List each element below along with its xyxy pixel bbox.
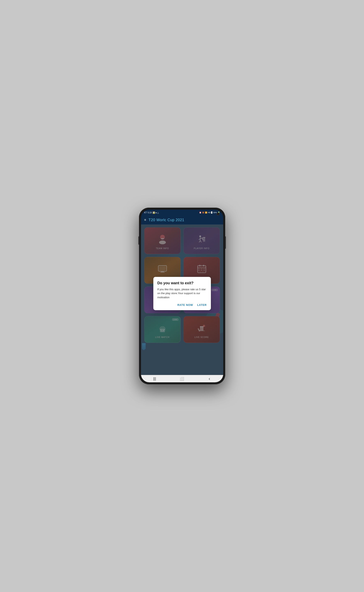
status-left: KT 5:19 🖼️ ● △ <box>144 212 159 214</box>
front-camera <box>217 213 220 215</box>
bottom-navigation: ||| ⬜ ‹ <box>141 375 223 382</box>
recent-apps-button[interactable]: ||| <box>150 375 160 382</box>
recent-apps-icon: ||| <box>153 377 156 381</box>
carrier-text: KT <box>144 212 147 214</box>
notifications-icons: 🖼️ ● △ <box>152 212 159 214</box>
later-button[interactable]: LATER <box>197 303 207 307</box>
volume-button <box>138 236 139 245</box>
exit-dialog: Do you want to exit? If you like this ap… <box>153 277 211 310</box>
battery-text: 59% <box>213 212 217 214</box>
app-header: ≡ T20 Worlc Cup 2021 <box>141 215 223 224</box>
dialog-title: Do you want to exit? <box>157 281 207 285</box>
dialog-buttons: RATE NOW LATER <box>157 303 207 307</box>
rate-now-button[interactable]: RATE NOW <box>177 303 193 307</box>
phone-screen: KT 5:19 🖼️ ● △ ⏰ 🔕 📶 HD ▉ 59% 🔋 ≡ T20 Wo… <box>141 210 223 382</box>
dialog-overlay: Do you want to exit? If you like this ap… <box>141 224 223 375</box>
app-content: TEAM INFO <box>141 224 223 375</box>
time-text: 5:19 <box>148 212 151 214</box>
home-button[interactable]: ⬜ <box>177 375 187 382</box>
app-title: T20 Worlc Cup 2021 <box>149 218 184 222</box>
alarm-icon: ⏰ <box>199 212 202 214</box>
signal-icon: ▉ <box>211 212 213 214</box>
dialog-body: If you like this apps, please rate us 5 … <box>157 287 207 299</box>
mute-icon: 🔕 <box>202 212 204 214</box>
back-button[interactable]: ‹ <box>204 375 214 382</box>
hd-icon: HD <box>208 212 210 214</box>
wifi-icon: 📶 <box>205 212 207 214</box>
home-icon: ⬜ <box>180 377 184 381</box>
menu-icon[interactable]: ≡ <box>144 218 146 222</box>
status-bar: KT 5:19 🖼️ ● △ ⏰ 🔕 📶 HD ▉ 59% 🔋 <box>141 210 223 215</box>
phone-device: KT 5:19 🖼️ ● △ ⏰ 🔕 📶 HD ▉ 59% 🔋 ≡ T20 Wo… <box>139 208 225 384</box>
back-icon: ‹ <box>209 376 210 382</box>
power-button <box>225 236 226 249</box>
